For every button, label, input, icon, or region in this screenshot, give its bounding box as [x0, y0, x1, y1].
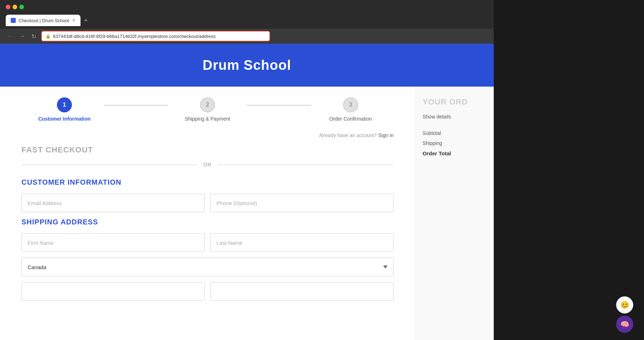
address-field-2[interactable]: [210, 282, 394, 301]
tab-close-button[interactable]: ✕: [72, 18, 75, 23]
maximize-traffic-light[interactable]: [19, 5, 24, 9]
reload-button[interactable]: ↻: [30, 31, 38, 41]
chat-widget: 😊 🧠: [616, 296, 633, 333]
subtotal-label: Subtotal: [423, 130, 441, 136]
tab-bar: Checkout | Drum School ✕ +: [0, 14, 494, 27]
address-bar-row: ← → ↻ 🔒 637443df-d8cd-416f-8f29-b66a1714…: [0, 29, 494, 44]
step-connector-1: [104, 105, 168, 106]
lock-icon: 🔒: [45, 34, 51, 39]
browser-chrome: Checkout | Drum School ✕ +: [0, 0, 494, 29]
last-name-field[interactable]: [210, 233, 394, 252]
close-traffic-light[interactable]: [6, 5, 10, 9]
fast-checkout-title: FAST CHECKOUT: [21, 145, 394, 155]
main-area: Drum School 1 Customer Information: [0, 44, 494, 340]
step-3: 3 Order Confirmation: [311, 97, 390, 122]
step-2-label: Shipping & Payment: [185, 116, 230, 122]
tab-title: Checkout | Drum School: [19, 18, 69, 23]
browser-window: Checkout | Drum School ✕ + ← → ↻ 🔒 63744…: [0, 0, 494, 340]
chat-button-top[interactable]: 😊: [616, 296, 633, 314]
customer-info-row: [21, 194, 394, 212]
step-1-number: 1: [63, 102, 66, 108]
checkout-container: 1 Customer Information 2 Shipping & Paym…: [0, 87, 494, 340]
or-divider: OR: [21, 162, 394, 167]
address-field-1[interactable]: [21, 282, 205, 301]
step-3-label: Order Confirmation: [329, 116, 372, 122]
page-content: Drum School 1 Customer Information: [0, 44, 494, 340]
new-tab-button[interactable]: +: [82, 17, 90, 24]
order-total-line: Order Total: [423, 150, 487, 156]
site-header: Drum School: [0, 44, 494, 87]
title-bar: [0, 0, 494, 14]
minimize-traffic-light[interactable]: [13, 5, 17, 9]
country-select[interactable]: Canada United States United Kingdom Aust…: [21, 258, 394, 276]
email-field[interactable]: [21, 194, 205, 212]
checkout-stepper: 1 Customer Information 2 Shipping & Paym…: [21, 97, 394, 122]
shipping-address-title: SHIPPING ADDRESS: [21, 218, 394, 226]
active-tab[interactable]: Checkout | Drum School ✕: [6, 15, 80, 26]
step-1-circle: 1: [57, 97, 72, 112]
chat-button-bottom[interactable]: 🧠: [616, 316, 633, 333]
first-name-field[interactable]: [21, 233, 205, 252]
back-button[interactable]: ←: [6, 31, 14, 41]
shipping-line: Shipping: [423, 140, 487, 146]
tab-favicon: [11, 18, 16, 23]
address-bar[interactable]: 🔒 637443df-d8cd-416f-8f29-b66a1714b32f.m…: [41, 31, 270, 42]
step-3-number: 3: [349, 102, 352, 108]
step-2: 2 Shipping & Payment: [168, 97, 247, 122]
phone-field[interactable]: [210, 194, 394, 212]
or-line-right: [218, 165, 394, 165]
account-prompt: Already have an account?: [319, 132, 377, 138]
step-connector-2: [247, 105, 311, 106]
step-2-number: 2: [206, 102, 209, 108]
name-row: [21, 233, 394, 252]
step-1-label: Customer Information: [38, 116, 91, 122]
step-2-circle: 2: [200, 97, 215, 112]
traffic-lights: [6, 5, 24, 9]
shipping-label: Shipping: [423, 140, 442, 146]
right-dark-area: [494, 0, 644, 340]
address-row-2: [21, 282, 394, 301]
your-order-title: YOUR ORD: [423, 97, 487, 107]
subtotal-line: Subtotal: [423, 130, 487, 136]
step-1: 1 Customer Information: [25, 97, 104, 122]
show-details-link[interactable]: Show details: [423, 114, 487, 120]
checkout-main: 1 Customer Information 2 Shipping & Paym…: [0, 87, 415, 340]
site-title: Drum School: [203, 58, 291, 73]
chat-bottom-icon: 🧠: [620, 320, 629, 329]
order-summary-sidebar: YOUR ORD Show details Subtotal Shipping …: [415, 87, 494, 340]
or-line-left: [21, 165, 198, 165]
order-total-label: Order Total: [423, 150, 451, 156]
customer-info-title: CUSTOMER INFORMATION: [21, 178, 394, 186]
signin-link[interactable]: Sign in: [378, 132, 394, 138]
url-text: 637443df-d8cd-416f-8f29-b66a1714b32f.mys…: [53, 34, 216, 39]
or-text: OR: [204, 162, 212, 167]
chat-top-icon: 😊: [620, 301, 629, 309]
step-3-circle: 3: [343, 97, 358, 112]
forward-button[interactable]: →: [18, 31, 26, 41]
account-signin: Already have an account? Sign in: [21, 132, 394, 138]
